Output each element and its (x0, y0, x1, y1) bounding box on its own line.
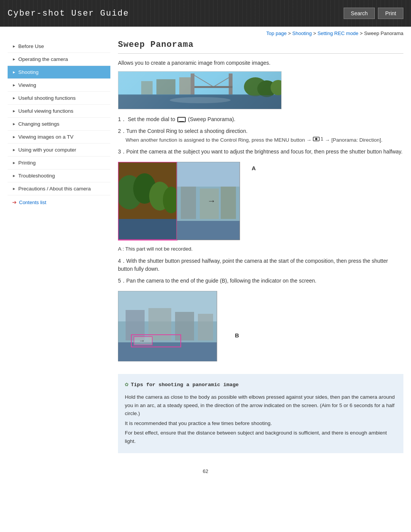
tips-icon: ✿ (125, 380, 129, 390)
svg-rect-35 (148, 308, 171, 340)
sidebar: ► Before Use ► Operating the camera ► Sh… (8, 40, 110, 453)
arrow-icon-9: ► (12, 161, 16, 165)
arrow-icon-7: ► (12, 135, 16, 139)
step-2-text: 2．Turn the Control Ring to select a shoo… (118, 128, 247, 134)
svg-rect-27 (221, 183, 236, 219)
step-1-num: 1． (118, 116, 126, 122)
arrow-icon-0: ► (12, 44, 16, 48)
step-3-text: 3．Point the camera at the subject you wa… (118, 149, 403, 155)
sidebar-label-10: Troubleshooting (18, 173, 55, 179)
steps-list-2: 4．With the shutter button pressed halfwa… (118, 257, 403, 285)
note-a-text: A : This part will not be recorded. (118, 246, 403, 252)
step-1-text: Set the mode dial to (128, 116, 177, 122)
breadcrumb-sep2: > (312, 30, 317, 36)
sidebar-label-7: Viewing images on a TV (18, 134, 73, 140)
svg-point-16 (315, 138, 317, 140)
svg-rect-9 (194, 86, 233, 88)
tips-box: ✿ Tips for shooting a panoramic image Ho… (118, 374, 403, 453)
svg-rect-1 (118, 94, 282, 109)
step-1-text2: (Sweep Panorama). (188, 116, 236, 122)
tips-text-3: For best effect, ensure that the distanc… (125, 429, 397, 445)
svg-rect-28 (177, 162, 240, 187)
arrow-icon-4: ► (12, 96, 16, 100)
sidebar-item-printing[interactable]: ► Printing (8, 157, 110, 169)
search-button[interactable]: Search (344, 8, 375, 19)
svg-rect-36 (175, 312, 194, 340)
sidebar-item-before-use[interactable]: ► Before Use (8, 40, 110, 53)
contents-arrow-icon: ➔ (12, 199, 17, 205)
svg-rect-4 (179, 77, 194, 94)
svg-text:→: → (207, 196, 216, 206)
svg-rect-38 (118, 342, 217, 361)
breadcrumb-current: Sweep Panorama (364, 30, 403, 36)
diagram-b-container: → B (118, 291, 232, 363)
label-a: A (252, 165, 256, 171)
step-2-sub: When another function is assigned to the… (126, 135, 403, 144)
arrow-icon-11: ► (12, 187, 16, 191)
contents-list-label: Contents list (19, 200, 46, 205)
step-5: 5．Pan the camera to the end of the guide… (118, 277, 403, 285)
sidebar-label-1: Operating the camera (18, 56, 68, 62)
arrow-icon-10: ► (12, 174, 16, 178)
breadcrumb-sep3: > (358, 30, 364, 36)
sidebar-label-9: Printing (18, 160, 36, 166)
step-2: 2．Turn the Control Ring to select a shoo… (118, 127, 403, 144)
svg-text:→: → (139, 337, 145, 344)
tips-title-text: Tips for shooting a panoramic image (131, 381, 239, 389)
sidebar-item-precautions[interactable]: ► Precautions / About this camera (8, 182, 110, 195)
sidebar-label-11: Precautions / About this camera (18, 186, 91, 192)
breadcrumb-sep1: > (287, 30, 292, 36)
page-number: 62 (0, 461, 411, 478)
sidebar-item-useful-viewing[interactable]: ► Useful viewing functions (8, 105, 110, 118)
step-3: 3．Point the camera at the subject you wa… (118, 148, 403, 156)
header-buttons: Search Print (344, 8, 403, 19)
sidebar-item-shooting[interactable]: ► Shooting (8, 66, 110, 79)
svg-rect-7 (191, 73, 194, 94)
svg-point-11 (257, 80, 276, 97)
panorama-image (118, 71, 282, 109)
svg-rect-22 (118, 219, 177, 240)
sidebar-item-viewing-tv[interactable]: ► Viewing images on a TV (8, 131, 110, 144)
print-button[interactable]: Print (378, 8, 403, 19)
sidebar-item-operating[interactable]: ► Operating the camera (8, 53, 110, 66)
sweep-panorama-icon (177, 117, 186, 122)
step-1: 1． Set the mode dial to (Sweep Panorama)… (118, 115, 403, 123)
arrow-icon-5: ► (12, 109, 16, 113)
tips-text-2: It is recommended that you practice a fe… (125, 419, 397, 428)
page-title: Sweep Panorama (118, 40, 403, 54)
breadcrumb-setting-rec[interactable]: Setting REC mode (317, 30, 358, 36)
breadcrumb-shooting[interactable]: Shooting (292, 30, 312, 36)
step-4-text: 4．With the shutter button pressed halfwa… (118, 258, 388, 272)
sidebar-label-4: Useful shooting functions (18, 95, 76, 101)
tips-title: ✿ Tips for shooting a panoramic image (125, 380, 397, 390)
diagram-a-container: → A (118, 162, 403, 243)
arrow-icon-3: ► (12, 83, 16, 87)
header-title: Cyber-shot User Guide (8, 9, 129, 18)
sidebar-label-2: Shooting (18, 69, 38, 75)
sidebar-item-viewing[interactable]: ► Viewing (8, 79, 110, 92)
sidebar-label-0: Before Use (18, 43, 44, 49)
svg-point-10 (244, 77, 267, 96)
sidebar-label-3: Viewing (18, 82, 36, 88)
svg-rect-2 (141, 81, 153, 94)
step-4: 4．With the shutter button pressed halfwa… (118, 257, 403, 273)
svg-line-5 (194, 75, 213, 87)
main-layout: ► Before Use ► Operating the camera ► Sh… (0, 40, 411, 461)
breadcrumb-top[interactable]: Top page (266, 30, 287, 36)
sidebar-item-computer[interactable]: ► Using with your computer (8, 144, 110, 157)
step-5-text: 5．Pan the camera to the end of the guide… (118, 278, 316, 284)
sidebar-item-changing-settings[interactable]: ► Changing settings (8, 118, 110, 131)
sidebar-item-troubleshooting[interactable]: ► Troubleshooting (8, 169, 110, 182)
sidebar-item-useful-shooting[interactable]: ► Useful shooting functions (8, 92, 110, 105)
arrow-icon-8: ► (12, 148, 16, 152)
svg-rect-3 (156, 79, 175, 94)
svg-rect-0 (118, 72, 282, 94)
svg-rect-37 (198, 314, 213, 340)
svg-rect-34 (126, 310, 145, 340)
svg-line-6 (213, 75, 233, 87)
label-b: B (235, 332, 239, 339)
intro-text: Allows you to create a panoramic image f… (118, 60, 403, 66)
svg-rect-29 (177, 221, 240, 240)
sidebar-label-8: Using with your computer (18, 147, 76, 153)
contents-list-link[interactable]: ➔ Contents list (8, 195, 110, 209)
